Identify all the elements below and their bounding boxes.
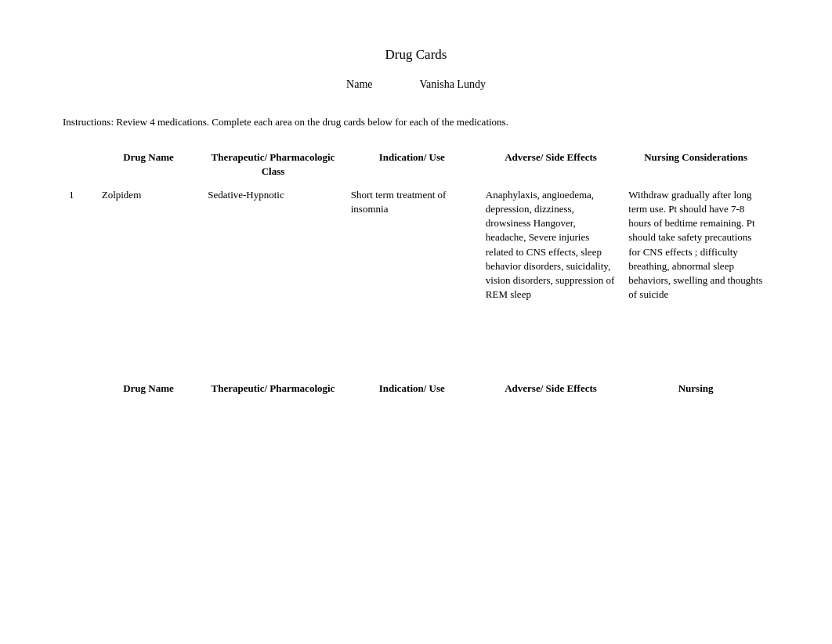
spacer-row-3 xyxy=(63,338,769,353)
table2-spacer-row xyxy=(63,401,769,417)
spacer-row-2 xyxy=(63,322,769,338)
row-indication: Short term treatment of insomnia xyxy=(345,183,479,307)
table2-spacer-row-3 xyxy=(63,432,769,448)
header2-therapeutic: Therapeutic/ Pharmacologic xyxy=(201,377,344,400)
name-row: Name Vanisha Lundy xyxy=(63,78,769,91)
row-num: 1 xyxy=(63,183,96,307)
header-adverse: Adverse/ Side Effects xyxy=(479,146,622,183)
header-therapeutic: Therapeutic/ Pharmacologic Class xyxy=(201,146,344,183)
row-drug-name: Zolpidem xyxy=(96,183,202,307)
page: Drug Cards Name Vanisha Lundy Instructio… xyxy=(0,0,832,644)
row-therapeutic: Sedative-Hypnotic xyxy=(201,183,344,307)
header2-indication: Indication/ Use xyxy=(345,377,479,400)
instructions: Instructions: Review 4 medications. Comp… xyxy=(63,114,769,130)
header-nursing: Nursing Considerations xyxy=(622,146,769,183)
title-area: Drug Cards xyxy=(63,47,769,63)
header-num xyxy=(63,146,96,183)
header2-drug-name: Drug Name xyxy=(96,377,202,400)
header2-num xyxy=(63,377,96,400)
table-row: 1 Zolpidem Sedative-Hypnotic Short term … xyxy=(63,183,769,307)
row-nursing: Withdraw gradually after long term use. … xyxy=(622,183,769,307)
drug-card-table-2: Drug Name Therapeutic/ Pharmacologic Ind… xyxy=(63,377,769,447)
name-value: Vanisha Lundy xyxy=(420,78,486,91)
header2-adverse: Adverse/ Side Effects xyxy=(479,377,622,400)
page-title: Drug Cards xyxy=(385,47,447,62)
spacer-row xyxy=(63,306,769,322)
table2-spacer-row-2 xyxy=(63,417,769,432)
row-adverse: Anaphylaxis, angioedema, depression, diz… xyxy=(479,183,622,307)
drug-card-table-1: Drug Name Therapeutic/ Pharmacologic Cla… xyxy=(63,146,769,354)
name-label: Name xyxy=(346,78,372,91)
header-indication: Indication/ Use xyxy=(345,146,479,183)
header-drug-name: Drug Name xyxy=(96,146,202,183)
header2-nursing: Nursing xyxy=(622,377,769,400)
